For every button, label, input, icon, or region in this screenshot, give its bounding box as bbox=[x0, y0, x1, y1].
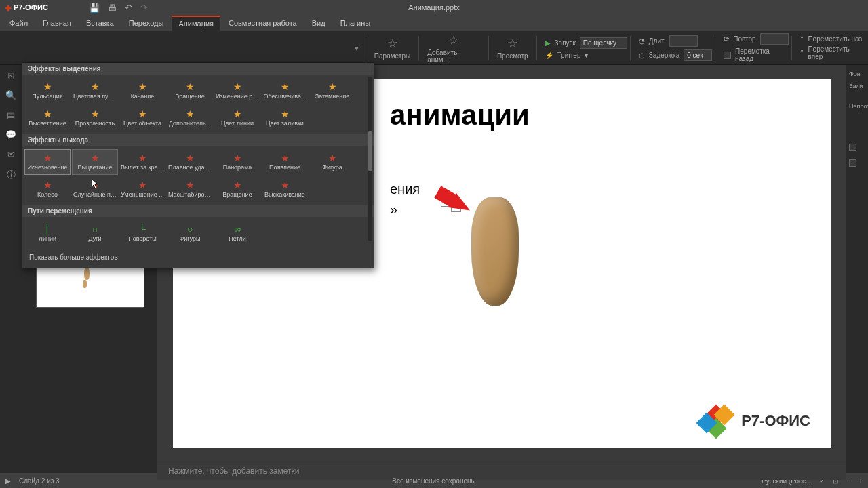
effect-label: Масштабиров... bbox=[168, 191, 212, 198]
star-exit-icon: ★ bbox=[186, 153, 195, 163]
chat-icon[interactable]: ✉ bbox=[7, 149, 15, 159]
section-paths-title: Пути перемещения bbox=[22, 205, 374, 217]
btn-add-animation[interactable]: ☆ Добавить аним... bbox=[422, 31, 486, 65]
star-emphasis-icon: ★ bbox=[186, 82, 195, 92]
anim-effect-item[interactable]: ★Уменьшение ... bbox=[119, 176, 165, 202]
effect-label: Случайные по... bbox=[73, 191, 117, 198]
slides-icon[interactable]: ▤ bbox=[7, 110, 15, 120]
menu-view[interactable]: Вид bbox=[305, 16, 332, 30]
star-emphasis-icon: ★ bbox=[281, 109, 290, 119]
repeat-input[interactable] bbox=[760, 33, 789, 45]
menu-collab[interactable]: Совместная работа bbox=[222, 16, 304, 30]
star-exit-icon: ★ bbox=[328, 153, 337, 163]
anim-effect-item[interactable]: ★Высветление bbox=[24, 105, 71, 131]
save-icon[interactable]: 💾 bbox=[89, 3, 100, 13]
delay-clock-icon: ◷ bbox=[639, 52, 645, 59]
anim-effect-item[interactable]: ★Панорама bbox=[214, 149, 260, 175]
anim-effect-item[interactable]: ○Фигуры bbox=[167, 220, 213, 246]
effect-label: Колесо bbox=[37, 191, 58, 198]
anim-effect-item[interactable]: ★Выцветание bbox=[72, 149, 118, 175]
anim-effect-item[interactable]: ★Вращение bbox=[167, 78, 213, 104]
peanut-image[interactable] bbox=[471, 197, 519, 306]
chk-1[interactable] bbox=[849, 144, 856, 151]
start-select[interactable] bbox=[580, 37, 627, 49]
trigger-label[interactable]: Триггер bbox=[557, 52, 581, 59]
chk-2[interactable] bbox=[849, 159, 856, 167]
slideshow-icon[interactable]: ▶ bbox=[5, 477, 11, 485]
anim-effect-item[interactable]: ★Выскакивание bbox=[262, 176, 308, 202]
btn-parameters[interactable]: ☆ Параметры bbox=[369, 35, 416, 61]
anim-effect-item[interactable]: │Линии bbox=[24, 220, 71, 246]
anim-effect-item[interactable]: ★Случайные по... bbox=[72, 176, 118, 202]
info-icon[interactable]: ⓘ bbox=[7, 169, 16, 181]
rewind-checkbox[interactable] bbox=[724, 52, 731, 59]
anim-effect-item[interactable]: ★Пульсация bbox=[24, 78, 71, 104]
anim-effect-item[interactable]: ★Дополнитель... bbox=[167, 105, 213, 131]
gallery-expand-icon[interactable]: ▾ bbox=[355, 43, 359, 53]
anim-effect-item[interactable]: ★Цвет объекта bbox=[119, 105, 165, 131]
delay-input[interactable] bbox=[684, 49, 712, 61]
star-emphasis-icon: ★ bbox=[328, 82, 337, 92]
show-more-effects[interactable]: Показать больше эффектов bbox=[22, 249, 374, 265]
menu-file[interactable]: Файл bbox=[3, 16, 35, 30]
anim-effect-item[interactable]: ★Плавное удал... bbox=[167, 149, 213, 175]
anim-effect-item[interactable]: ★Колесо bbox=[24, 176, 71, 202]
anim-effect-item[interactable]: ∩Дуги bbox=[72, 220, 118, 246]
menu-transitions[interactable]: Переходы bbox=[122, 16, 171, 30]
anim-effect-item[interactable]: ★Появление bbox=[262, 149, 308, 175]
btn-preview[interactable]: ☆ Просмотр bbox=[492, 35, 534, 61]
chevron-down-icon[interactable]: ▾ bbox=[585, 52, 588, 59]
anim-effect-item[interactable]: ★Затемнение bbox=[309, 78, 355, 104]
app-name: Р7-ОФИС bbox=[14, 3, 48, 12]
menu-home[interactable]: Главная bbox=[36, 16, 78, 30]
effect-label: Пульсация bbox=[32, 93, 62, 100]
effect-label: Высветление bbox=[28, 120, 66, 127]
redo-icon[interactable]: ↷ bbox=[140, 3, 148, 13]
move-back-button[interactable]: ˄ Переместить наз bbox=[800, 35, 865, 43]
search-icon[interactable]: 🔍 bbox=[5, 90, 16, 100]
anim-effect-item[interactable]: ★Цветовая пул... bbox=[72, 78, 118, 104]
effect-label: Цвет заливки bbox=[266, 120, 304, 127]
panel-scrollbar[interactable] bbox=[368, 77, 372, 241]
effect-label: Дуги bbox=[88, 235, 101, 242]
effect-label: Фигуры bbox=[179, 235, 200, 242]
star-exit-icon: ★ bbox=[138, 180, 147, 190]
undo-icon[interactable]: ↶ bbox=[125, 3, 132, 13]
clock-icon: ◔ bbox=[639, 37, 645, 45]
menu-animation[interactable]: Анимация bbox=[172, 16, 220, 30]
print-icon[interactable]: 🖶 bbox=[108, 3, 117, 13]
arrow-shape[interactable] bbox=[448, 193, 474, 218]
anim-effect-item[interactable]: ∞Петли bbox=[214, 220, 260, 246]
comments-icon[interactable]: 💬 bbox=[5, 129, 16, 140]
star-exit-icon: ★ bbox=[186, 180, 195, 190]
anim-effect-item[interactable]: ★Вылет за край... bbox=[119, 149, 165, 175]
anim-effect-item[interactable]: ★Масштабиров... bbox=[167, 176, 213, 202]
anim-effect-item[interactable]: ★Вращение bbox=[214, 176, 260, 202]
zoom-out-icon[interactable]: − bbox=[846, 477, 850, 485]
duration-label: Длит. bbox=[649, 37, 665, 45]
document-title: Анимация.pptx bbox=[408, 3, 460, 12]
anim-effect-item[interactable]: ★Прозрачность bbox=[72, 105, 118, 131]
zoom-in-icon[interactable]: + bbox=[859, 477, 863, 485]
anim-effect-item[interactable]: ★Фигура bbox=[309, 149, 355, 175]
effect-label: Петли bbox=[229, 235, 245, 242]
menu-plugins[interactable]: Плагины bbox=[334, 16, 378, 30]
star-exit-icon: ★ bbox=[43, 180, 52, 190]
bolt-icon: ⚡ bbox=[545, 52, 553, 59]
anim-effect-item[interactable]: └Повороты bbox=[119, 220, 165, 246]
copy-icon[interactable]: ⎘ bbox=[8, 70, 14, 81]
effect-label: Выцветание bbox=[77, 164, 112, 171]
anim-effect-item[interactable]: ★Изменение ра... bbox=[214, 78, 260, 104]
anim-effect-item[interactable]: ★Исчезновение bbox=[24, 149, 71, 175]
star-exit-icon: ★ bbox=[91, 180, 100, 190]
anim-effect-item[interactable]: ★Цвет заливки bbox=[262, 105, 308, 131]
star-emphasis-icon: ★ bbox=[281, 82, 290, 92]
notes-area[interactable]: Нажмите, чтобы добавить заметки bbox=[157, 462, 846, 480]
anim-effect-item[interactable]: ★Обесцвечива... bbox=[262, 78, 308, 104]
anim-effect-item[interactable]: ★Качание bbox=[119, 78, 165, 104]
duration-input[interactable] bbox=[669, 35, 698, 47]
menu-insert[interactable]: Вставка bbox=[79, 16, 121, 30]
preview-label: Просмотр bbox=[497, 52, 528, 60]
move-forward-button[interactable]: ˅ Переместить впер bbox=[800, 45, 865, 60]
anim-effect-item[interactable]: ★Цвет линии bbox=[214, 105, 260, 131]
